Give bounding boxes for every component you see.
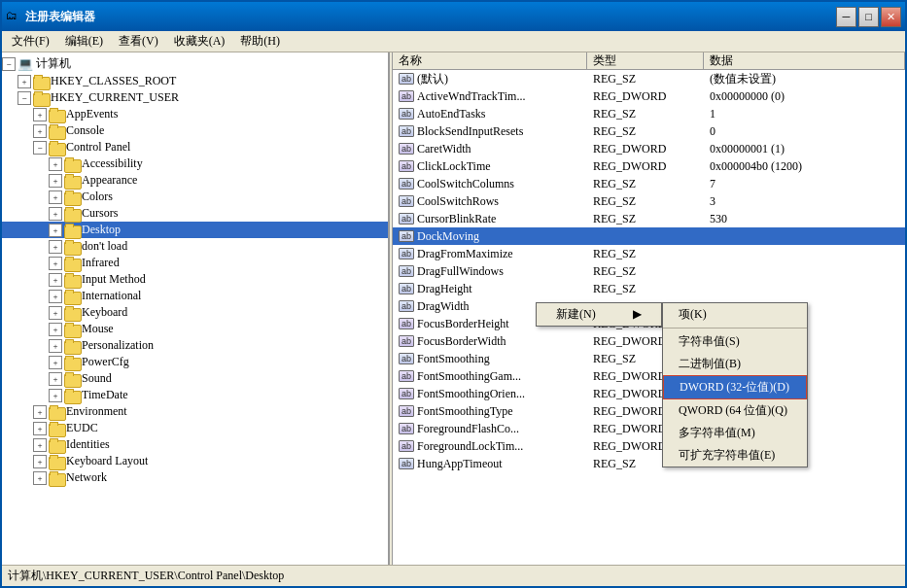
table-row[interactable]: ab BlockSendInputResets REG_SZ 0 bbox=[393, 122, 905, 140]
maximize-button[interactable]: □ bbox=[858, 7, 879, 27]
expand-btn[interactable]: + bbox=[33, 438, 47, 452]
main-content: −💻计算机+HKEY_CLASSES_ROOT−HKEY_CURRENT_USE… bbox=[2, 52, 905, 565]
registry-tree[interactable]: −💻计算机+HKEY_CLASSES_ROOT−HKEY_CURRENT_USE… bbox=[2, 52, 389, 565]
expand-btn[interactable]: + bbox=[49, 207, 62, 221]
table-row[interactable]: ab FocusBorderWidth REG_DWORD bbox=[393, 332, 905, 350]
table-row[interactable]: ab ClickLockTime REG_DWORD 0x000004b0 (1… bbox=[393, 157, 905, 175]
tree-item-international[interactable]: +International bbox=[2, 288, 388, 304]
tree-item-appevents[interactable]: +AppEvents bbox=[2, 106, 388, 122]
tree-item-personalization[interactable]: +Personalization bbox=[2, 337, 388, 354]
submenu-item-multistring[interactable]: 多字符串值(M) bbox=[663, 422, 807, 444]
expand-btn[interactable]: + bbox=[49, 339, 62, 353]
tree-item-accessibility[interactable]: +Accessibility bbox=[2, 156, 388, 172]
folder-icon bbox=[33, 75, 49, 87]
submenu-item-binary[interactable]: 二进制值(B) bbox=[663, 353, 807, 375]
expand-btn[interactable]: + bbox=[49, 273, 62, 287]
expand-btn[interactable]: + bbox=[33, 455, 47, 468]
expand-btn[interactable]: + bbox=[33, 108, 47, 121]
context-menu-new[interactable]: 新建(N) ▶ bbox=[537, 303, 661, 326]
expand-btn[interactable]: + bbox=[49, 190, 62, 204]
expand-btn[interactable]: + bbox=[49, 323, 62, 336]
tree-item-network[interactable]: +Network bbox=[2, 469, 388, 486]
tree-item-control_panel[interactable]: −Control Panel bbox=[2, 139, 388, 156]
tree-item-cursors[interactable]: +Cursors bbox=[2, 205, 388, 222]
tree-item-identities[interactable]: +Identities bbox=[2, 436, 388, 453]
submenu-item-dword[interactable]: DWORD (32-位值)(D) bbox=[663, 375, 807, 399]
table-row[interactable]: ab DockMoving bbox=[393, 227, 905, 245]
tree-item-mouse[interactable]: +Mouse bbox=[2, 321, 388, 337]
tree-item-hkey_classes_root[interactable]: +HKEY_CLASSES_ROOT bbox=[2, 73, 388, 89]
tree-item-sound[interactable]: +Sound bbox=[2, 370, 388, 387]
table-row[interactable]: ab CaretWidth REG_DWORD 0x00000001 (1) bbox=[393, 140, 905, 157]
tree-item-appearance[interactable]: +Appearance bbox=[2, 172, 388, 189]
submenu-item-string[interactable]: 字符串值(S) bbox=[663, 330, 807, 353]
submenu-item-expandstring[interactable]: 可扩充字符串值(E) bbox=[663, 444, 807, 467]
tree-item-keyboard[interactable]: +Keyboard bbox=[2, 304, 388, 321]
table-row[interactable]: ab DragFullWindows REG_SZ bbox=[393, 262, 905, 280]
expand-btn[interactable]: + bbox=[49, 356, 62, 369]
expand-btn[interactable]: + bbox=[49, 372, 62, 386]
tree-item-console[interactable]: +Console bbox=[2, 122, 388, 139]
tree-item-infrared[interactable]: +Infrared bbox=[2, 255, 388, 271]
tree-item-input_method[interactable]: +Input Method bbox=[2, 271, 388, 288]
table-row[interactable]: ab CursorBlinkRate REG_SZ 530 bbox=[393, 210, 905, 227]
expand-btn[interactable]: + bbox=[49, 306, 62, 320]
tree-item-computer[interactable]: −💻计算机 bbox=[2, 54, 388, 73]
tree-item-desktop[interactable]: +Desktop bbox=[2, 222, 388, 238]
table-row[interactable]: ab ForegroundLockTim... REG_DWORD 0x0000… bbox=[393, 437, 905, 455]
menu-edit[interactable]: 编辑(E) bbox=[57, 31, 111, 52]
tree-item-colors[interactable]: +Colors bbox=[2, 189, 388, 205]
menu-view[interactable]: 查看(V) bbox=[111, 31, 166, 52]
expand-btn[interactable]: − bbox=[17, 91, 31, 105]
folder-icon bbox=[49, 455, 64, 467]
table-row[interactable]: ab ForegroundFlashCo... REG_DWORD 0x0000… bbox=[393, 420, 905, 437]
table-row[interactable]: ab FontSmoothing REG_SZ bbox=[393, 350, 905, 367]
submenu-item-qword[interactable]: QWORD (64 位值)(Q) bbox=[663, 399, 807, 422]
tree-item-dont_load[interactable]: +don't load bbox=[2, 238, 388, 255]
table-row[interactable]: ab DragHeight REG_SZ bbox=[393, 280, 905, 297]
expand-btn[interactable]: − bbox=[2, 57, 16, 71]
menu-help[interactable]: 帮助(H) bbox=[232, 31, 288, 52]
cell-name: ab CaretWidth bbox=[393, 141, 587, 157]
minimize-button[interactable]: ─ bbox=[836, 7, 856, 27]
tree-item-keyboard_layout[interactable]: +Keyboard Layout bbox=[2, 453, 388, 469]
tree-item-powercfg[interactable]: +PowerCfg bbox=[2, 354, 388, 370]
expand-btn[interactable]: + bbox=[49, 240, 62, 254]
reg-value-icon: ab bbox=[399, 195, 414, 207]
expand-btn[interactable]: + bbox=[49, 174, 62, 188]
table-row[interactable]: ab CoolSwitchColumns REG_SZ 7 bbox=[393, 175, 905, 192]
expand-btn[interactable]: + bbox=[49, 389, 62, 402]
table-row[interactable]: ab CoolSwitchRows REG_SZ 3 bbox=[393, 192, 905, 210]
table-row[interactable]: ab FontSmoothingOrien... REG_DWORD 0x000… bbox=[393, 385, 905, 402]
tree-item-timedate[interactable]: +TimeDate bbox=[2, 387, 388, 403]
expand-btn[interactable]: + bbox=[33, 422, 47, 435]
menu-favorites[interactable]: 收藏夹(A) bbox=[166, 31, 233, 52]
cell-name: ab (默认) bbox=[393, 70, 587, 88]
expand-btn[interactable]: + bbox=[49, 290, 62, 303]
menu-file[interactable]: 文件(F) bbox=[4, 31, 57, 52]
table-row[interactable]: ab HungAppTimeout REG_SZ 3000 bbox=[393, 455, 905, 472]
table-row[interactable]: ab ActiveWndTrackTim... REG_DWORD 0x0000… bbox=[393, 87, 905, 105]
table-row[interactable]: ab FontSmoothingGam... REG_DWORD 0x00000… bbox=[393, 367, 905, 385]
tree-item-environment[interactable]: +Environment bbox=[2, 403, 388, 420]
table-row[interactable]: ab AutoEndTasks REG_SZ 1 bbox=[393, 105, 905, 122]
expand-btn[interactable]: + bbox=[33, 124, 47, 138]
close-button[interactable]: ✕ bbox=[881, 7, 901, 27]
expand-btn[interactable]: + bbox=[33, 405, 47, 419]
tree-item-hkey_current_user[interactable]: −HKEY_CURRENT_USER bbox=[2, 89, 388, 106]
reg-value-icon: ab bbox=[399, 248, 414, 259]
table-row[interactable]: ab (默认) REG_SZ (数值未设置) bbox=[393, 70, 905, 87]
expand-btn[interactable]: + bbox=[49, 224, 62, 237]
value-name: FontSmoothingGam... bbox=[417, 369, 521, 384]
value-name: (默认) bbox=[417, 71, 448, 87]
expand-btn[interactable]: + bbox=[49, 157, 62, 171]
expand-btn[interactable]: − bbox=[33, 141, 47, 155]
expand-btn[interactable]: + bbox=[33, 471, 47, 485]
expand-btn[interactable]: + bbox=[17, 75, 31, 88]
cell-type: REG_DWORD bbox=[587, 141, 704, 157]
submenu-item-key[interactable]: 项(K) bbox=[663, 303, 807, 326]
table-row[interactable]: ab DragFromMaximize REG_SZ bbox=[393, 245, 905, 262]
tree-item-eudc[interactable]: +EUDC bbox=[2, 420, 388, 436]
table-row[interactable]: ab FontSmoothingType REG_DWORD 0x0000000… bbox=[393, 402, 905, 420]
expand-btn[interactable]: + bbox=[49, 257, 62, 270]
